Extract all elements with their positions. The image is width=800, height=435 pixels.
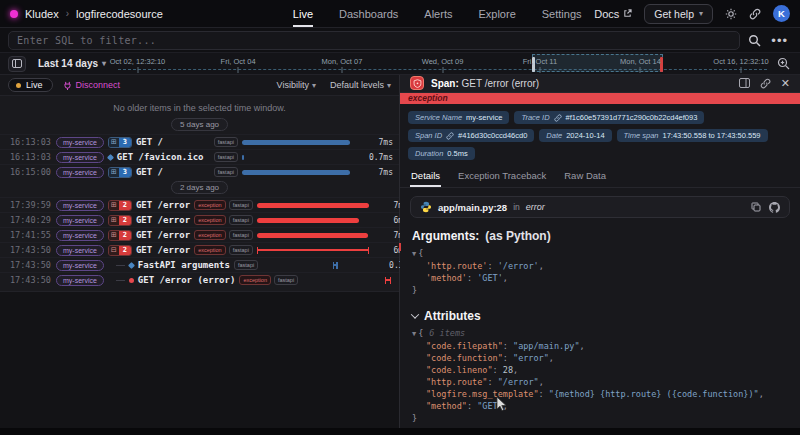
trace-row[interactable]: 17:41:55my-service⊞2GET /errorexceptionf…: [0, 227, 399, 242]
time-range-select[interactable]: Last 14 days ▾: [34, 58, 110, 69]
service-pill: my-service: [56, 260, 104, 271]
expander-badge[interactable]: ⊞3: [108, 167, 132, 178]
tag-exception: exception: [239, 275, 271, 285]
span-title-text: GET /error (error): [462, 78, 540, 89]
code-entry: "method": "GET",: [412, 400, 788, 412]
timeline-track[interactable]: Oct 02, 12:32:10Fri, Oct 04Mon, Oct 07We…: [118, 53, 767, 74]
child-count: 3: [119, 138, 131, 147]
meta-span-id[interactable]: Span ID#416d30c0ccd46cd0: [408, 129, 534, 142]
sql-filter-input[interactable]: Enter SQL to filter...: [8, 31, 740, 50]
live-status-dot: [16, 83, 21, 88]
trace-row[interactable]: 17:43:50my-serviceFastAPI argumentsfasta…: [0, 257, 399, 272]
copy-icon[interactable]: [751, 202, 761, 213]
tab-dashboards[interactable]: Dashboards: [339, 0, 398, 27]
code-comma: ,: [539, 377, 544, 387]
exception-banner: exception: [400, 93, 800, 104]
span-tags: exceptionfastapi: [194, 215, 253, 225]
live-toggle-button[interactable]: Live: [8, 78, 53, 92]
user-avatar[interactable]: K: [773, 5, 790, 22]
link-icon: [554, 114, 562, 122]
visibility-dropdown[interactable]: Visibility ▾: [277, 80, 316, 90]
meta-trace-id[interactable]: Trace ID#f1c60e57391d771c290c0b22cd4ef09…: [514, 111, 704, 124]
code-entry: "code.filepath": "app/main.py",: [412, 340, 788, 352]
trace-row[interactable]: 17:43:50my-service⊟2GET /errorexceptionf…: [0, 242, 399, 257]
tag-fastapi: fastapi: [214, 137, 238, 147]
detail-header-actions: ✕: [739, 77, 790, 90]
detail-tab-exception-traceback[interactable]: Exception Traceback: [457, 168, 547, 187]
trace-row[interactable]: 16:13:03my-serviceGET /favicon.icofastap…: [0, 149, 399, 164]
trace-row[interactable]: 17:40:29my-service⊞2GET /errorexceptionf…: [0, 212, 399, 227]
close-icon[interactable]: ✕: [781, 77, 790, 90]
expander-badge[interactable]: ⊞2: [108, 215, 132, 226]
disconnect-label: Disconnect: [76, 80, 121, 90]
collapse-caret-icon[interactable]: ▼: [412, 330, 416, 338]
timeline-tick-mark: [741, 67, 742, 73]
code-entry: "logfire.msg_template": "{method} {http.…: [412, 388, 788, 400]
disconnect-button[interactable]: Disconnect: [63, 80, 121, 90]
code-entry: 'method': 'GET',: [412, 272, 788, 284]
expander-badge[interactable]: ⊟2: [108, 245, 132, 256]
trace-row[interactable]: 16:13:03my-service⊞3GET /fastapi7ms: [0, 134, 399, 149]
code-punct: :: [487, 377, 497, 387]
span-name: GET /error: [136, 200, 190, 210]
meta-time-span[interactable]: Time span17:43:50.558 to 17:43:50.559: [617, 129, 768, 142]
detail-tab-raw-data[interactable]: Raw Data: [563, 168, 607, 187]
trace-row[interactable]: 17:43:50my-serviceGET /error (error)exce…: [0, 272, 399, 287]
zoom-in-icon[interactable]: [775, 57, 792, 70]
items-count-note: 6 items: [429, 328, 465, 338]
breadcrumb-project[interactable]: logfirecodesource: [76, 8, 163, 20]
meta-duration[interactable]: Duration0.5ms: [408, 147, 475, 160]
code-open-brace[interactable]: ▼{: [412, 247, 788, 260]
code-punct: :: [503, 341, 513, 351]
expander-badge[interactable]: ⊞2: [108, 200, 132, 211]
copy-link-icon[interactable]: [760, 78, 771, 89]
expander-badge[interactable]: ⊞3: [108, 137, 132, 148]
more-options-icon[interactable]: •••: [771, 33, 788, 48]
detail-tab-details[interactable]: Details: [410, 168, 441, 187]
arguments-heading[interactable]: Arguments: (as Python): [400, 220, 800, 245]
top-bar: Kludex › logfirecodesource LiveDashboard…: [0, 0, 800, 28]
collapse-caret-icon[interactable]: ▼: [412, 250, 416, 258]
code-value: "GET": [477, 401, 503, 411]
trace-row[interactable]: 16:15:00my-service⊞3GET /fastapi7ms: [0, 164, 399, 179]
get-help-button[interactable]: Get help ▾: [644, 4, 713, 24]
expand-icon: ⊞: [109, 216, 119, 225]
time-divider: 5 days ago: [0, 116, 399, 134]
topbar-actions: Docs Get help ▾ K: [594, 4, 790, 24]
chevron-down-icon: ▾: [102, 59, 106, 68]
github-icon[interactable]: [769, 202, 780, 213]
window-bottom-edge: [0, 428, 800, 435]
code-location-card[interactable]: app/main.py:28 in error: [410, 196, 790, 218]
span-name: GET /: [136, 137, 163, 147]
time-divider-pill: 2 days ago: [171, 181, 228, 194]
share-link-icon[interactable]: [749, 8, 761, 20]
expand-icon: ⊞: [109, 138, 119, 147]
code-comma: ,: [759, 389, 764, 399]
row-timestamp: 17:39:59: [10, 200, 52, 210]
breadcrumb-org[interactable]: Kludex: [25, 8, 59, 20]
theme-toggle-icon[interactable]: [725, 8, 737, 20]
code-location-actions: [751, 202, 780, 213]
ibeam-cap: [390, 277, 392, 284]
levels-dropdown[interactable]: Default levels ▾: [330, 80, 391, 90]
trace-row[interactable]: 17:39:59my-service⊞2GET /errorexceptionf…: [0, 197, 399, 212]
tab-settings[interactable]: Settings: [542, 0, 582, 27]
link-icon: [446, 132, 454, 140]
dock-panel-icon[interactable]: [739, 78, 750, 88]
expander-badge[interactable]: ⊞2: [108, 230, 132, 241]
breadcrumb: Kludex › logfirecodesource: [10, 8, 163, 20]
docs-link[interactable]: Docs: [594, 8, 632, 20]
meta-date[interactable]: Date2024-10-14: [539, 129, 611, 142]
main-split: Live Disconnect Visibility ▾ Default lev…: [0, 75, 800, 428]
duration-bar-track: [242, 167, 358, 178]
sidebar-toggle-icon[interactable]: [8, 56, 26, 72]
search-icon[interactable]: [748, 34, 761, 47]
duration-bar-track: [242, 137, 358, 148]
meta-service-name[interactable]: Service Namemy-service: [408, 111, 509, 124]
attributes-heading[interactable]: Attributes: [400, 300, 800, 325]
duration-ibeam: [257, 247, 370, 254]
tab-explore[interactable]: Explore: [478, 0, 515, 27]
code-open-brace[interactable]: ▼{6 items: [412, 327, 788, 340]
tab-alerts[interactable]: Alerts: [424, 0, 452, 27]
tab-live[interactable]: Live: [293, 0, 313, 27]
